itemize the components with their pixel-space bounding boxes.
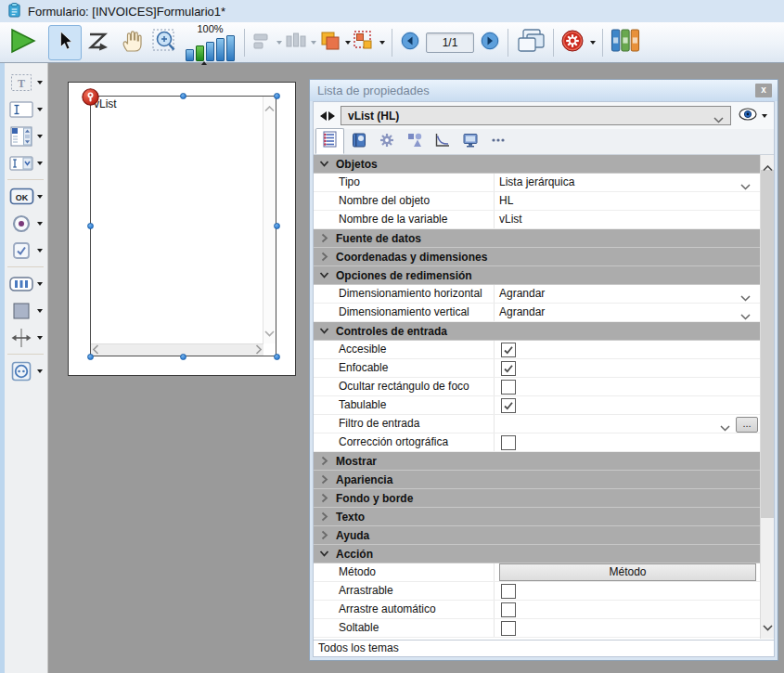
checkbox-unchecked[interactable] — [501, 435, 516, 450]
scroll-up-icon[interactable] — [763, 159, 773, 175]
zoom-bar-100[interactable] — [196, 45, 204, 61]
selection-handle[interactable] — [274, 223, 280, 229]
chevron-down-icon[interactable] — [37, 309, 43, 313]
entry-order-tool-button[interactable] — [82, 25, 115, 60]
ellipsis-button[interactable]: ... — [736, 417, 758, 433]
explorer-library-button[interactable] — [609, 25, 642, 60]
chevron-down-icon[interactable] — [740, 291, 751, 304]
form-pages-button[interactable] — [514, 25, 547, 60]
zoom-bar-800[interactable] — [226, 35, 235, 61]
zoom-bars[interactable] — [186, 35, 235, 61]
group-header-fondo-y-borde[interactable]: Fondo y borde — [314, 489, 760, 508]
group-header-mostrar[interactable]: Mostrar — [314, 452, 760, 471]
group-header-controles-de-entrada[interactable]: Controles de entrada — [314, 322, 760, 341]
theme-filter-status[interactable]: Todos los temas — [314, 640, 774, 656]
checkbox-unchecked[interactable] — [501, 584, 516, 599]
previous-page-button[interactable] — [398, 25, 422, 60]
scroll-down-icon[interactable] — [763, 618, 773, 635]
selection-handle[interactable] — [274, 93, 280, 99]
vlist-vertical-scrollbar[interactable] — [263, 97, 276, 343]
tab-shapes[interactable] — [401, 130, 428, 154]
chevron-down-icon[interactable] — [379, 41, 385, 45]
chevron-down-icon[interactable] — [37, 81, 43, 84]
chevron-down-icon[interactable] — [37, 162, 43, 165]
property-value[interactable]: Lista jerárquica — [499, 174, 574, 191]
selection-handle[interactable] — [87, 223, 94, 229]
tab-book[interactable] — [345, 130, 372, 154]
method-edit-button[interactable]: Método — [499, 563, 756, 581]
view-options-button[interactable] — [739, 108, 767, 124]
property-value[interactable]: vList — [499, 211, 522, 228]
tool-input-field[interactable] — [6, 96, 45, 123]
object-selector-dropdown[interactable]: vList (HL) — [341, 106, 731, 125]
distribute-objects-button[interactable] — [284, 31, 316, 55]
tab-gear[interactable] — [373, 130, 400, 154]
close-button[interactable]: x — [755, 84, 772, 97]
chevron-down-icon[interactable] — [37, 222, 43, 226]
align-objects-button[interactable] — [251, 31, 282, 55]
scroll-left-icon[interactable] — [93, 342, 99, 358]
group-header-accion[interactable]: Acción — [314, 545, 760, 563]
tab-list[interactable] — [315, 128, 344, 154]
execute-form-button[interactable] — [6, 25, 39, 60]
tool-plugin-area[interactable] — [6, 357, 45, 384]
tool-static-text[interactable]: T — [6, 69, 45, 96]
zoom-bar-400[interactable] — [216, 38, 225, 61]
group-header-objetos[interactable]: Objetos — [314, 155, 760, 174]
chevron-down-icon[interactable] — [720, 421, 730, 434]
zoom-bar-50[interactable] — [186, 49, 194, 61]
checkbox-checked[interactable] — [501, 398, 516, 413]
checkbox-checked[interactable] — [501, 361, 516, 376]
object-method-badge[interactable] — [82, 88, 99, 106]
vlist-horizontal-scrollbar[interactable] — [91, 343, 263, 356]
panel-title-bar[interactable]: Lista de propiedades x — [310, 80, 778, 101]
previous-object-button[interactable] — [320, 111, 327, 121]
group-header-fuente-de-datos[interactable]: Fuente de datos — [314, 229, 760, 248]
zoom-bar-200[interactable] — [206, 42, 214, 61]
checkbox-unchecked[interactable] — [501, 380, 516, 395]
selection-handle[interactable] — [87, 354, 94, 360]
manage-levels-button[interactable] — [318, 30, 351, 56]
chevron-down-icon[interactable] — [740, 310, 751, 323]
selection-tool-button[interactable] — [48, 25, 82, 60]
tool-radio-button[interactable] — [6, 210, 45, 237]
next-page-button[interactable] — [478, 25, 502, 60]
checkbox-unchecked[interactable] — [501, 621, 516, 636]
selection-handle[interactable] — [180, 354, 186, 360]
group-header-coordenadas-y-dimensiones[interactable]: Coordenadas y dimensiones — [314, 248, 760, 266]
tool-splitter[interactable] — [6, 324, 45, 351]
selection-handle[interactable] — [180, 93, 186, 99]
scroll-right-icon[interactable] — [255, 342, 262, 358]
chevron-down-icon[interactable] — [37, 135, 43, 138]
selection-handle[interactable] — [274, 354, 280, 360]
tab-chart[interactable] — [429, 130, 456, 154]
chevron-down-icon[interactable] — [37, 282, 43, 286]
tool-button[interactable]: OK — [6, 183, 45, 210]
group-objects-button[interactable] — [353, 30, 385, 56]
tool-check-box[interactable] — [6, 237, 45, 264]
scroll-up-icon[interactable] — [264, 99, 275, 116]
chevron-down-icon[interactable] — [37, 195, 43, 199]
chevron-down-icon[interactable] — [37, 336, 43, 340]
property-value[interactable]: HL — [499, 192, 513, 210]
next-object-button[interactable] — [328, 111, 335, 121]
tool-button-grid[interactable] — [6, 270, 45, 297]
tab-more[interactable] — [484, 130, 511, 154]
chevron-down-icon[interactable] — [37, 108, 43, 111]
chevron-down-icon[interactable] — [311, 41, 316, 45]
zoom-tool-button[interactable] — [148, 25, 182, 60]
group-header-texto[interactable]: Texto — [314, 508, 760, 526]
chevron-down-icon[interactable] — [345, 41, 351, 45]
chevron-down-icon[interactable] — [276, 41, 282, 45]
property-value[interactable]: Agrandar — [499, 304, 545, 321]
tool-list-box[interactable] — [6, 123, 45, 149]
hierarchical-list-object[interactable]: vList — [90, 96, 276, 356]
move-tool-button[interactable] — [115, 25, 148, 60]
chevron-down-icon[interactable] — [590, 41, 596, 45]
group-header-apariencia[interactable]: Apariencia — [314, 471, 760, 489]
property-value[interactable]: Agrandar — [499, 285, 545, 303]
zoom-level-control[interactable]: 100% — [186, 24, 235, 61]
tool-rectangle[interactable] — [6, 297, 45, 324]
checkbox-unchecked[interactable] — [501, 602, 516, 617]
chevron-down-icon[interactable] — [37, 369, 43, 373]
